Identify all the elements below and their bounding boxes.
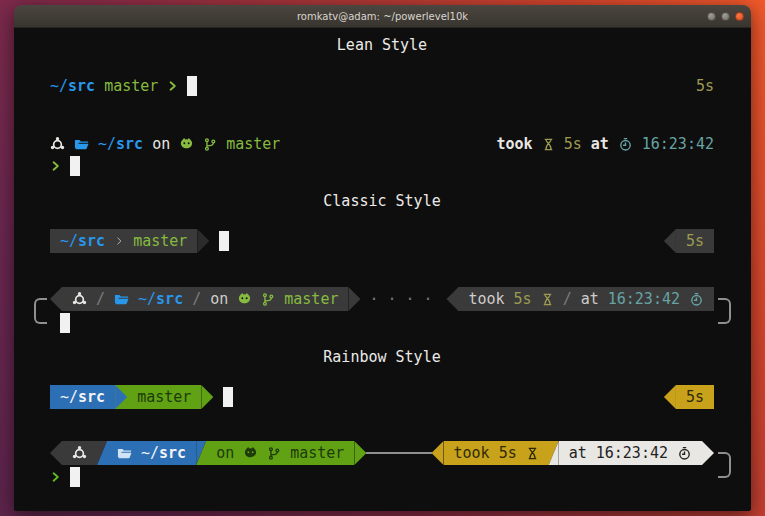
powerline-cap (50, 441, 62, 465)
git-branch-name: master (133, 234, 187, 249)
current-directory: ~/src (138, 292, 183, 307)
current-directory: ~/src (60, 390, 105, 405)
on-label: on (152, 137, 170, 152)
path-segment: ~/src master (50, 229, 197, 253)
took-label: took (468, 292, 504, 307)
ubuntu-logo-icon (72, 292, 87, 307)
git-branch-name: master (284, 292, 338, 307)
titlebar[interactable]: romkatv@adam: ~/powerlevel10k (14, 5, 751, 28)
status-segment: took 5s / at 16:23:42 (458, 287, 714, 311)
powerline-arrow (432, 441, 444, 465)
current-time: 16:23:42 (608, 292, 680, 307)
window-title: romkatv@adam: ~/powerlevel10k (297, 11, 468, 22)
prompt-chevron-icon (50, 158, 61, 174)
window-controls (707, 5, 744, 27)
folder-icon (74, 137, 89, 152)
chevron-separator-icon (114, 234, 124, 248)
rainbow-full-prompt: ~/src on master took 5s (50, 441, 714, 489)
command-duration: 5s (499, 446, 517, 461)
powerline-cap (50, 287, 62, 311)
hourglass-icon (526, 446, 539, 461)
hourglass-icon (542, 137, 555, 152)
git-branch-icon (267, 446, 281, 461)
terminal-window: romkatv@adam: ~/powerlevel10k Lean Style… (14, 5, 751, 511)
classic-segments-line: / ~/src / on master ···· (50, 287, 714, 311)
cursor-block (60, 313, 70, 333)
current-directory: ~/src (141, 446, 186, 461)
prompt-chevron-icon (50, 469, 61, 485)
folder-icon (117, 446, 132, 461)
current-directory: ~/src (50, 79, 95, 94)
lean-input-line (50, 155, 714, 177)
powerline-arrow (348, 287, 360, 311)
cursor-block (219, 231, 229, 251)
lean-style-heading: Lean Style (50, 38, 714, 58)
slash-separator: / (192, 292, 201, 307)
at-label: at (581, 292, 599, 307)
command-duration: 5s (564, 137, 582, 152)
slash-separator (196, 441, 206, 465)
classic-full-prompt: / ~/src / on master ···· (50, 287, 714, 335)
cursor-block (223, 387, 233, 407)
powerline-arrow (201, 385, 213, 409)
branch-segment: on master (206, 441, 354, 465)
current-time: 16:23:42 (642, 137, 714, 152)
time-segment: at 16:23:42 (559, 441, 702, 465)
slash-separator: / (96, 292, 105, 307)
powerline-arrow (702, 441, 714, 465)
slash-separator (549, 441, 559, 465)
rainbow-input-line (50, 465, 714, 489)
powerline-arrow (115, 385, 127, 409)
command-duration: 5s (686, 390, 704, 405)
current-directory: ~/src (98, 137, 143, 152)
right-frame-bracket (718, 298, 731, 324)
current-time: 16:23:42 (596, 446, 668, 461)
left-frame-bracket (34, 298, 47, 324)
on-label: on (216, 446, 234, 461)
duration-segment: 5s (676, 385, 714, 409)
powerline-arrow (197, 229, 209, 253)
right-frame-bracket (718, 452, 731, 478)
path-segment: ~/src (50, 385, 115, 409)
branch-segment: master (127, 385, 201, 409)
folder-icon (114, 292, 129, 307)
duration-segment: took 5s (444, 441, 549, 465)
octocat-icon (179, 137, 194, 152)
cursor-block (187, 76, 197, 96)
maximize-button[interactable] (721, 12, 730, 21)
slash-separator (97, 441, 107, 465)
git-branch-name: master (137, 390, 191, 405)
at-label: at (569, 446, 587, 461)
clock-icon (618, 137, 633, 152)
ubuntu-logo-icon (50, 137, 65, 152)
powerline-arrow (664, 229, 676, 253)
path-segment: ~/src (107, 441, 196, 465)
git-branch-name: master (290, 446, 344, 461)
lean-short-prompt: ~/src master 5s (50, 75, 714, 97)
git-branch-icon (261, 292, 275, 307)
current-directory: ~/src (60, 234, 105, 249)
duration-segment: 5s (676, 229, 714, 253)
classic-input-line (50, 311, 714, 335)
command-duration: 5s (514, 292, 532, 307)
command-duration: 5s (686, 234, 704, 249)
prompt-chevron-icon (167, 78, 178, 94)
octocat-icon (243, 446, 258, 461)
slash-separator: / (563, 292, 572, 307)
on-label: on (210, 292, 228, 307)
octocat-icon (237, 292, 252, 307)
powerline-arrow (354, 441, 366, 465)
git-branch-icon (203, 137, 217, 152)
connector-line (366, 452, 431, 454)
took-label: took (454, 446, 490, 461)
context-segment: / ~/src / on master (62, 287, 348, 311)
rainbow-short-prompt: ~/src master 5s (50, 385, 714, 409)
took-label: took (497, 137, 533, 152)
terminal-content[interactable]: Lean Style ~/src master 5s ~/src on mast… (14, 28, 751, 511)
close-button[interactable] (735, 12, 744, 21)
rainbow-style-heading: Rainbow Style (50, 350, 714, 370)
dotted-connector: ···· (365, 292, 441, 307)
minimize-button[interactable] (707, 12, 716, 21)
powerline-arrow (664, 385, 676, 409)
classic-short-prompt: ~/src master 5s (50, 229, 714, 253)
